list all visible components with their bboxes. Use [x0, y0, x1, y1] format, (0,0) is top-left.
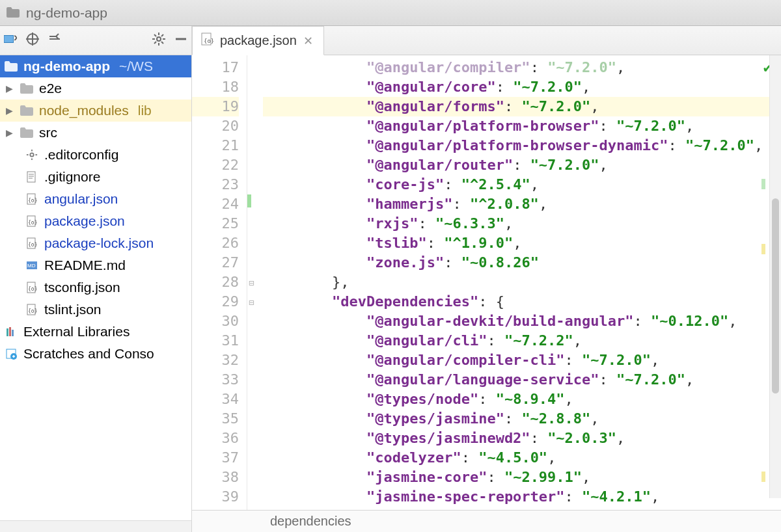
- project-tree[interactable]: ng-demo-app ~/WS ▶e2e▶node_moduleslib▶sr…: [0, 55, 191, 520]
- tree-item-package-json[interactable]: {o}package.json: [0, 210, 191, 232]
- svg-line-14: [161, 34, 163, 36]
- tree-root-name: ng-demo-app: [23, 59, 110, 74]
- code-line[interactable]: "@angular/cli": "~7.2.2",: [263, 331, 781, 351]
- tree-item-e2e[interactable]: ▶e2e: [0, 77, 191, 100]
- minimize-icon[interactable]: [174, 33, 187, 49]
- code-line[interactable]: "@types/jasminewd2": "~2.0.3",: [263, 429, 781, 448]
- code-line[interactable]: "@angular/compiler-cli": "~7.2.0",: [263, 351, 781, 370]
- tree-item-label: angular.json: [44, 191, 118, 207]
- code-line[interactable]: "hammerjs": "^2.0.8",: [263, 194, 781, 214]
- folder-icon: [4, 61, 18, 72]
- line-number: 24: [192, 194, 239, 214]
- code-line[interactable]: "devDependencies": {: [263, 292, 781, 312]
- editor-scrollbar-vertical[interactable]: [769, 55, 781, 498]
- line-number: 27: [192, 253, 239, 273]
- target-icon[interactable]: [26, 33, 39, 49]
- tree-item-label: src: [39, 125, 57, 140]
- tab-package-json[interactable]: {o} package.json ✕: [192, 26, 324, 55]
- tab-label: package.json: [220, 33, 297, 48]
- tree-extra-external-libraries[interactable]: External Libraries: [0, 321, 191, 343]
- line-number: 17: [192, 58, 239, 77]
- md-icon: MD: [25, 259, 39, 271]
- tree-item--editorconfig[interactable]: .editorconfig: [0, 144, 191, 166]
- tree-item-label: Scratches and Conso: [23, 346, 154, 362]
- code-line[interactable]: "@angular/platform-browser-dynamic": "~7…: [263, 136, 781, 155]
- line-number: 33: [192, 370, 239, 390]
- folder-icon: [7, 5, 20, 21]
- scratch-icon: [4, 348, 18, 360]
- tree-item-label: tslint.json: [44, 302, 102, 317]
- code-line[interactable]: "jasmine-spec-reporter": "~4.2.1",: [263, 487, 781, 507]
- expand-arrow-icon[interactable]: ▶: [4, 105, 14, 116]
- tree-item-angular-json[interactable]: {o}angular.json: [0, 188, 191, 210]
- line-number: 22: [192, 155, 239, 175]
- svg-rect-38: [9, 327, 11, 336]
- line-number: 30: [192, 312, 239, 331]
- settings-icon[interactable]: [152, 33, 165, 49]
- code-line[interactable]: "rxjs": "~6.3.3",: [263, 214, 781, 233]
- sidebar-scrollbar[interactable]: [0, 520, 191, 532]
- svg-rect-0: [4, 35, 14, 42]
- line-number: 31: [192, 331, 239, 351]
- collapse-all-icon[interactable]: [48, 33, 61, 49]
- project-selector-icon[interactable]: [4, 33, 17, 49]
- code-line[interactable]: "@angular/forms": "~7.2.0",: [263, 97, 781, 116]
- code-line[interactable]: "@angular-devkit/build-angular": "~0.12.…: [263, 312, 781, 331]
- line-number: 35: [192, 409, 239, 429]
- tree-item-node-modules[interactable]: ▶node_moduleslib: [0, 100, 191, 122]
- json-icon: {o}: [25, 304, 39, 315]
- json-icon: {o}: [25, 193, 39, 205]
- line-number: 20: [192, 116, 239, 136]
- expand-arrow-icon[interactable]: ▶: [4, 127, 14, 138]
- code-line[interactable]: "codelyzer": "~4.5.0",: [263, 448, 781, 468]
- svg-text:{o}: {o}: [28, 308, 37, 314]
- breadcrumb-bar[interactable]: dependencies: [192, 510, 781, 532]
- code-line[interactable]: "@angular/core": "~7.2.0",: [263, 77, 781, 97]
- code-line[interactable]: "@types/node": "~8.9.4",: [263, 390, 781, 409]
- tree-item--gitignore[interactable]: .gitignore: [0, 166, 191, 188]
- code-line[interactable]: "@types/jasmine": "~2.8.8",: [263, 409, 781, 429]
- code-line[interactable]: "@angular/router": "~7.2.0",: [263, 155, 781, 175]
- code-line[interactable]: "zone.js": "~0.8.26": [263, 253, 781, 273]
- project-title: ng-demo-app: [26, 5, 107, 21]
- code-line[interactable]: "@angular/compiler": "~7.2.0",: [263, 58, 781, 77]
- tree-item-label: .gitignore: [44, 169, 100, 185]
- line-number: 29: [192, 292, 239, 312]
- code-editor[interactable]: 1718192021222324252627282930313233343536…: [192, 55, 781, 510]
- breadcrumb-item[interactable]: dependencies: [270, 514, 351, 529]
- project-sidebar: ng-demo-app ~/WS ▶e2e▶node_moduleslib▶sr…: [0, 26, 192, 532]
- sidebar-toolbar: [0, 26, 191, 55]
- svg-text:{o}: {o}: [28, 220, 37, 226]
- expand-arrow-icon[interactable]: ▶: [4, 83, 14, 94]
- tree-root-path: ~/WS: [119, 59, 153, 74]
- tree-item-tsconfig-json[interactable]: {o}tsconfig.json: [0, 276, 191, 299]
- code-line[interactable]: "@angular/platform-browser": "~7.2.0",: [263, 116, 781, 136]
- scrollbar-thumb[interactable]: [772, 198, 779, 393]
- code-line[interactable]: "core-js": "^2.5.4",: [263, 175, 781, 194]
- code-line[interactable]: "jasmine-core": "~2.99.1",: [263, 468, 781, 487]
- tree-item-package-lock-json[interactable]: {o}package-lock.json: [0, 232, 191, 254]
- line-number: 36: [192, 429, 239, 448]
- svg-point-16: [30, 153, 33, 156]
- code-line[interactable]: },: [263, 273, 781, 292]
- code-line[interactable]: "karma": "~3.1.1",: [263, 507, 781, 510]
- fold-handle-icon[interactable]: ⊟: [249, 297, 254, 308]
- gear-icon: [25, 149, 39, 161]
- tree-extra-scratches-and-conso[interactable]: Scratches and Conso: [0, 343, 191, 365]
- tree-item-label: .editorconfig: [44, 147, 118, 163]
- libs-icon: [4, 326, 18, 338]
- code-line[interactable]: "tslib": "^1.9.0",: [263, 233, 781, 253]
- tree-item-tslint-json[interactable]: {o}tslint.json: [0, 299, 191, 321]
- tree-item-README-md[interactable]: MDREADME.md: [0, 254, 191, 276]
- code-line[interactable]: "@angular/language-service": "~7.2.0",: [263, 370, 781, 390]
- close-icon[interactable]: ✕: [303, 34, 313, 48]
- fold-column[interactable]: ⊟⊟: [247, 55, 262, 510]
- tree-item-src[interactable]: ▶src: [0, 122, 191, 144]
- tree-root[interactable]: ng-demo-app ~/WS: [0, 55, 191, 77]
- tree-item-label: package-lock.json: [44, 235, 154, 251]
- folder-icon: [20, 83, 34, 94]
- library-tag: lib: [138, 103, 152, 118]
- line-number: 38: [192, 468, 239, 487]
- fold-handle-icon[interactable]: ⊟: [249, 278, 254, 288]
- code-content[interactable]: "@angular/compiler": "~7.2.0", "@angular…: [262, 55, 781, 510]
